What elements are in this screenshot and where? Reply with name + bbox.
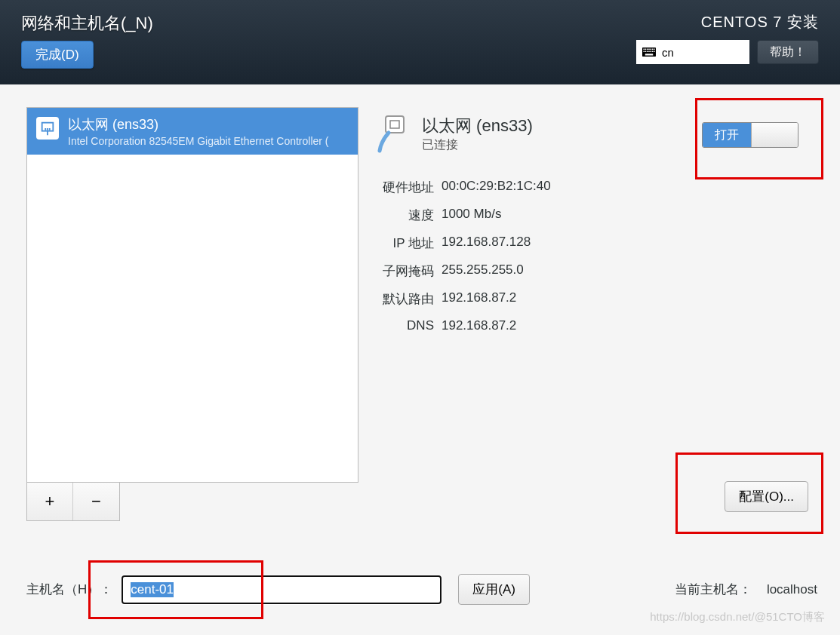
right-panel: 以太网 (ens33) 已连接 打开 硬件地址 00:0C:29:B2:1C:4… bbox=[374, 107, 817, 521]
svg-rect-17 bbox=[45, 128, 46, 130]
device-text: 以太网 (ens33) Intel Corporation 82545EM Gi… bbox=[68, 115, 329, 147]
keyboard-icon bbox=[642, 47, 656, 57]
info-row-speed: 速度 1000 Mb/s bbox=[374, 207, 817, 224]
info-label: IP 地址 bbox=[374, 235, 434, 252]
svg-rect-14 bbox=[654, 51, 655, 53]
content-area: 以太网 (ens33) Intel Corporation 82545EM Gi… bbox=[0, 84, 840, 620]
info-label: 速度 bbox=[374, 207, 434, 224]
hostname-row: 主机名（H）： 应用(A) 当前主机名： localhost bbox=[26, 574, 817, 605]
svg-rect-20 bbox=[386, 116, 404, 133]
info-row-gw: 默认路由 192.168.87.2 bbox=[374, 290, 817, 308]
info-label: 硬件地址 bbox=[374, 179, 434, 196]
current-hostname-label: 当前主机名： bbox=[675, 581, 752, 598]
svg-rect-2 bbox=[645, 49, 647, 51]
detail-text: 以太网 (ens33) 已连接 bbox=[422, 115, 533, 153]
device-list-item[interactable]: 以太网 (ens33) Intel Corporation 82545EM Gi… bbox=[27, 108, 358, 155]
device-name: 以太网 (ens33) bbox=[68, 115, 329, 133]
info-table: 硬件地址 00:0C:29:B2:1C:40 速度 1000 Mb/s IP 地… bbox=[374, 179, 817, 333]
svg-rect-1 bbox=[644, 49, 645, 51]
info-label: DNS bbox=[374, 318, 434, 333]
svg-rect-3 bbox=[647, 49, 648, 51]
info-value: 1000 Mb/s bbox=[442, 207, 501, 224]
info-row-dns: DNS 192.168.87.2 bbox=[374, 318, 817, 333]
svg-rect-7 bbox=[654, 49, 655, 51]
header-right: CENTOS 7 安装 cn 帮助！ bbox=[636, 12, 819, 84]
toggle-knob bbox=[751, 123, 798, 147]
help-button[interactable]: 帮助！ bbox=[757, 40, 819, 64]
ethernet-detail-icon bbox=[374, 115, 411, 156]
header-left: 网络和主机名(_N) 完成(D) bbox=[21, 12, 153, 84]
header-controls: cn 帮助！ bbox=[636, 40, 819, 64]
svg-rect-9 bbox=[645, 51, 647, 53]
info-value: 192.168.87.2 bbox=[442, 318, 516, 333]
remove-device-button[interactable]: − bbox=[73, 483, 119, 520]
svg-rect-12 bbox=[651, 51, 652, 53]
hostname-label: 主机名（H）： bbox=[26, 581, 112, 598]
hostname-input[interactable] bbox=[122, 575, 442, 604]
info-label: 默认路由 bbox=[374, 290, 434, 308]
install-title: CENTOS 7 安装 bbox=[701, 12, 819, 32]
current-hostname: 当前主机名： localhost bbox=[675, 581, 817, 598]
current-hostname-value: localhost bbox=[767, 582, 817, 597]
left-panel: 以太网 (ens33) Intel Corporation 82545EM Gi… bbox=[26, 107, 358, 521]
header-bar: 网络和主机名(_N) 完成(D) CENTOS 7 安装 cn 帮助！ bbox=[0, 0, 840, 84]
main-row: 以太网 (ens33) Intel Corporation 82545EM Gi… bbox=[26, 107, 817, 521]
ethernet-icon bbox=[36, 117, 59, 140]
svg-rect-4 bbox=[648, 49, 650, 51]
apply-button[interactable]: 应用(A) bbox=[458, 574, 530, 605]
lang-code: cn bbox=[662, 46, 674, 59]
svg-rect-18 bbox=[47, 128, 48, 130]
connection-toggle[interactable]: 打开 bbox=[702, 122, 798, 148]
svg-rect-6 bbox=[652, 49, 654, 51]
svg-rect-15 bbox=[645, 54, 654, 55]
configure-button[interactable]: 配置(O)... bbox=[725, 481, 808, 512]
info-label: 子网掩码 bbox=[374, 262, 434, 280]
detail-title: 以太网 (ens33) bbox=[422, 115, 533, 137]
svg-rect-19 bbox=[49, 128, 51, 130]
info-value: 192.168.87.128 bbox=[442, 235, 531, 252]
done-button[interactable]: 完成(D) bbox=[21, 41, 94, 69]
info-row-hw: 硬件地址 00:0C:29:B2:1C:40 bbox=[374, 179, 817, 196]
info-row-ip: IP 地址 192.168.87.128 bbox=[374, 235, 817, 252]
device-desc: Intel Corporation 82545EM Gigabit Ethern… bbox=[68, 135, 329, 147]
detail-status: 已连接 bbox=[422, 137, 533, 153]
svg-rect-8 bbox=[644, 51, 645, 53]
svg-rect-5 bbox=[651, 49, 652, 51]
page-title: 网络和主机名(_N) bbox=[21, 12, 153, 35]
info-value: 255.255.255.0 bbox=[442, 262, 524, 280]
info-row-mask: 子网掩码 255.255.255.0 bbox=[374, 262, 817, 280]
info-value: 00:0C:29:B2:1C:40 bbox=[442, 179, 551, 196]
toggle-area: 打开 bbox=[702, 107, 817, 148]
toggle-on-label: 打开 bbox=[703, 123, 751, 147]
device-list[interactable]: 以太网 (ens33) Intel Corporation 82545EM Gi… bbox=[26, 107, 358, 483]
add-remove-row: + − bbox=[26, 483, 120, 521]
keyboard-layout-selector[interactable]: cn bbox=[636, 40, 749, 64]
add-device-button[interactable]: + bbox=[27, 483, 73, 520]
info-value: 192.168.87.2 bbox=[442, 290, 516, 308]
svg-rect-10 bbox=[647, 51, 648, 53]
svg-rect-13 bbox=[652, 51, 654, 53]
watermark: https://blog.csdn.net/@51CTO博客 bbox=[650, 610, 825, 624]
svg-rect-11 bbox=[648, 51, 650, 53]
